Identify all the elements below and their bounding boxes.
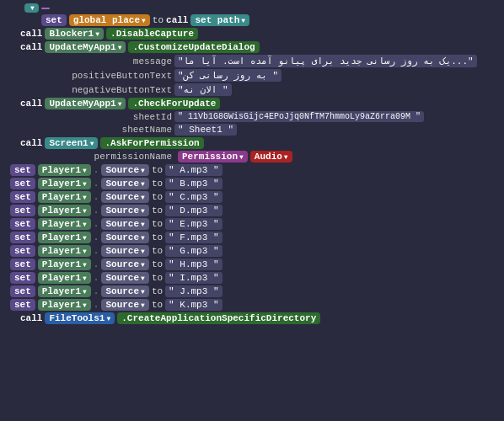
player1-block[interactable]: Player1▼ xyxy=(38,285,91,297)
set-kw[interactable]: set xyxy=(10,299,35,311)
set-block[interactable]: set xyxy=(41,14,67,26)
ask-for-permission-block[interactable]: .AskForPermission xyxy=(100,137,203,149)
set-kw[interactable]: set xyxy=(10,258,35,270)
source-block[interactable]: Source▼ xyxy=(101,178,148,189)
call-kw-ft: call xyxy=(20,313,42,323)
message-value[interactable]: "...یک به روز رسانی جدید برای پیانو آمده… xyxy=(174,55,477,67)
set-kw[interactable]: set xyxy=(10,205,35,216)
to-lbl: to xyxy=(152,205,163,216)
set-source-row: set Player1▼ . Source▼ to " A.mp3 " xyxy=(10,164,501,176)
initialize-block[interactable] xyxy=(41,8,50,9)
set-kw[interactable]: set xyxy=(10,285,35,297)
source-block[interactable]: Source▼ xyxy=(101,205,148,216)
global-place-block[interactable]: global place▼ xyxy=(69,14,150,26)
positive-btn-value[interactable]: " به روز رسانی کن" xyxy=(174,69,281,82)
source-value[interactable]: " D.mp3 " xyxy=(165,205,222,216)
screen1-block[interactable]: ▼ xyxy=(24,3,39,13)
call-blocker-row: call Blocker1▼ .DisableCapture xyxy=(20,28,501,40)
call-label: call xyxy=(166,15,188,25)
audio-block[interactable]: Audio▼ xyxy=(250,151,292,163)
sheetid-value[interactable]: " 11Vb1G8GWisGijc4EPoJjq0NfTM7hmmoLy9aZ6… xyxy=(174,111,424,122)
sheetname-label: sheetName xyxy=(71,125,172,135)
source-value[interactable]: " J.mp3 " xyxy=(165,285,222,297)
source-block[interactable]: Source▼ xyxy=(101,218,148,230)
set-source-row: set Player1▼ . Source▼ to " J.mp3 " xyxy=(10,285,501,297)
set-kw[interactable]: set xyxy=(10,232,35,243)
source-block[interactable]: Source▼ xyxy=(101,299,148,311)
source-value[interactable]: " A.mp3 " xyxy=(165,164,222,176)
call-filetool-row: call FileTools1▼ .CreateApplicationSpeci… xyxy=(20,312,501,324)
blocker1-block[interactable]: Blocker1▼ xyxy=(45,28,104,40)
source-block[interactable]: Source▼ xyxy=(101,164,148,176)
set-kw[interactable]: set xyxy=(10,191,35,203)
set-kw[interactable]: set xyxy=(10,272,35,284)
source-block[interactable]: Source▼ xyxy=(101,232,148,243)
source-value[interactable]: " H.mp3 " xyxy=(165,258,222,270)
call-kw-4: call xyxy=(20,138,42,148)
set-source-row: set Player1▼ . Source▼ to " K.mp3 " xyxy=(10,299,501,311)
set-source-row: set Player1▼ . Source▼ to " C.mp3 " xyxy=(10,191,501,203)
set-kw[interactable]: set xyxy=(10,164,35,176)
player1-block[interactable]: Player1▼ xyxy=(38,205,91,216)
source-value[interactable]: " F.mp3 " xyxy=(165,232,222,243)
to-label: to xyxy=(153,15,164,25)
create-app-dir-block[interactable]: .CreateApplicationSpecificDirectory xyxy=(117,312,320,324)
negative-btn-row: negativeButtonText " الان نه" xyxy=(71,83,501,96)
source-value[interactable]: " G.mp3 " xyxy=(165,245,222,257)
ask-permission-row: call Screen1▼ .AskForPermission xyxy=(20,137,501,149)
set-source-row: set Player1▼ . Source▼ to " D.mp3 " xyxy=(10,205,501,216)
to-lbl: to xyxy=(152,286,163,296)
source-value[interactable]: " E.mp3 " xyxy=(165,218,222,230)
check-for-update-block[interactable]: .CheckForUpdate xyxy=(128,98,220,109)
to-lbl: to xyxy=(152,179,163,189)
source-block[interactable]: Source▼ xyxy=(101,285,148,297)
player1-block[interactable]: Player1▼ xyxy=(38,258,91,270)
do-row: set global place▼ to call set path▼ xyxy=(20,14,501,26)
message-param-row: message "...یک به روز رسانی جدید برای پی… xyxy=(121,55,501,67)
player1-block[interactable]: Player1▼ xyxy=(38,299,91,311)
message-label: message xyxy=(121,56,172,67)
source-block[interactable]: Source▼ xyxy=(101,245,148,257)
to-lbl: to xyxy=(152,192,163,202)
customize-update-dialog-block[interactable]: .CustomizeUpdateDialog xyxy=(128,41,259,53)
call-kw-2: call xyxy=(20,42,42,52)
positive-btn-row: positiveButtonText " به روز رسانی کن" xyxy=(71,69,501,82)
set-source-row: set Player1▼ . Source▼ to " G.mp3 " xyxy=(10,245,501,257)
set-kw[interactable]: set xyxy=(10,178,35,189)
player1-block[interactable]: Player1▼ xyxy=(38,232,91,243)
set-kw[interactable]: set xyxy=(10,218,35,230)
sheetid-row: sheetId " 11Vb1G8GWisGijc4EPoJjq0NfTM7hm… xyxy=(71,111,501,122)
source-block[interactable]: Source▼ xyxy=(101,191,148,203)
to-lbl: to xyxy=(152,273,163,283)
workspace: ▼ set global place▼ to call set path▼ ca… xyxy=(0,0,504,421)
call-kw-3: call xyxy=(20,99,42,109)
disable-capture-block[interactable]: .DisableCapture xyxy=(106,28,198,40)
player1-block[interactable]: Player1▼ xyxy=(38,245,91,257)
updatemyapp1-block-1[interactable]: UpdateMyApp1▼ xyxy=(45,41,126,53)
player1-block[interactable]: Player1▼ xyxy=(38,218,91,230)
source-block[interactable]: Source▼ xyxy=(101,272,148,284)
permission-block[interactable]: Permission▼ xyxy=(178,151,248,163)
when-row: ▼ xyxy=(3,3,501,13)
source-rows-container: set Player1▼ . Source▼ to " A.mp3 " set … xyxy=(3,164,501,311)
negative-btn-value[interactable]: " الان نه" xyxy=(174,83,232,96)
player1-block[interactable]: Player1▼ xyxy=(38,178,91,189)
to-lbl: to xyxy=(152,246,163,256)
source-value[interactable]: " B.mp3 " xyxy=(165,178,222,189)
set-path-block[interactable]: set path▼ xyxy=(190,14,249,26)
player1-block[interactable]: Player1▼ xyxy=(38,191,91,203)
player1-block[interactable]: Player1▼ xyxy=(38,272,91,284)
updatemyapp1-block-2[interactable]: UpdateMyApp1▼ xyxy=(45,98,126,109)
set-source-row: set Player1▼ . Source▼ to " I.mp3 " xyxy=(10,272,501,284)
source-value[interactable]: " C.mp3 " xyxy=(165,191,222,203)
sheetname-value[interactable]: " Sheet1 " xyxy=(174,124,237,136)
source-value[interactable]: " K.mp3 " xyxy=(165,299,222,311)
set-kw[interactable]: set xyxy=(10,245,35,257)
source-value[interactable]: " I.mp3 " xyxy=(165,272,222,284)
source-block[interactable]: Source▼ xyxy=(101,258,148,270)
filetools1-block[interactable]: FileTools1▼ xyxy=(45,312,115,324)
set-source-row: set Player1▼ . Source▼ to " E.mp3 " xyxy=(10,218,501,230)
to-lbl: to xyxy=(152,300,163,310)
screen1-perm-block[interactable]: Screen1▼ xyxy=(45,137,98,149)
player1-block[interactable]: Player1▼ xyxy=(38,164,91,176)
